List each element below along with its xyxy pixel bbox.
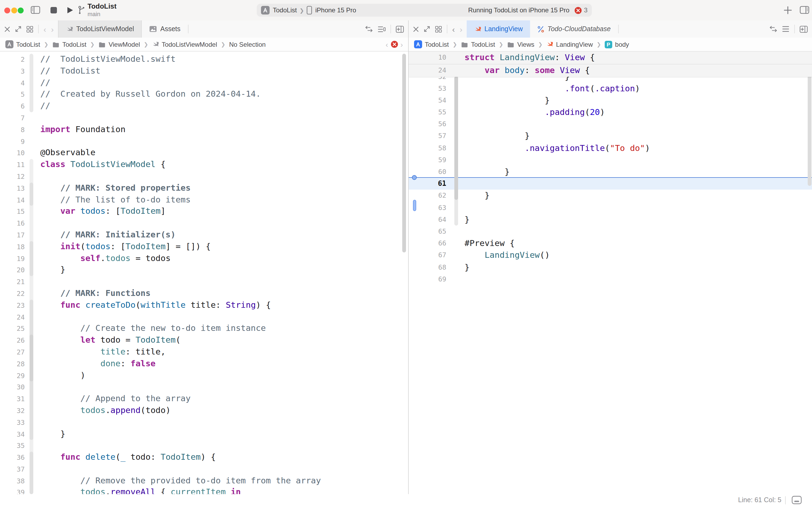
line-number[interactable]: 25: [0, 323, 25, 335]
line-number[interactable]: 59: [409, 154, 446, 166]
add-editor-icon[interactable]: [800, 25, 808, 33]
zoom-window-button[interactable]: [18, 7, 23, 13]
breadcrumb-item[interactable]: ViewModel: [98, 41, 140, 48]
run-destination[interactable]: iPhone 15 Pro: [315, 6, 356, 14]
line-number[interactable]: 38: [0, 475, 25, 487]
line-number[interactable]: 65: [409, 226, 446, 237]
toggle-navigator-icon[interactable]: [31, 6, 40, 14]
line-number[interactable]: 53: [409, 82, 446, 94]
toggle-inspector-icon[interactable]: [800, 6, 809, 14]
sticky-line[interactable]: 24 var body: some View {: [409, 64, 812, 77]
code-line[interactable]: 38 // Remove the provided to-do item fro…: [0, 475, 408, 487]
code-line[interactable]: 23 func createToDo(withTitle title: Stri…: [0, 299, 408, 311]
code-line[interactable]: 10@Observable: [0, 148, 408, 159]
line-number[interactable]: 11: [0, 159, 25, 171]
code-line[interactable]: 39 todos.removeAll { currentItem in: [0, 487, 408, 494]
left-scrollbar-thumb[interactable]: [402, 54, 406, 252]
code-line[interactable]: 53 .font(.caption): [409, 82, 812, 94]
line-number[interactable]: 57: [409, 130, 446, 142]
code-line[interactable]: 54 }: [409, 95, 812, 106]
line-number[interactable]: 55: [409, 106, 446, 118]
breadcrumb-item[interactable]: Views: [507, 41, 534, 48]
line-number[interactable]: 27: [0, 346, 25, 358]
line-number[interactable]: 32: [0, 405, 25, 417]
code-line[interactable]: 11class TodoListViewModel {: [0, 159, 408, 171]
code-line[interactable]: 6//: [0, 101, 408, 112]
add-editor-icon[interactable]: [396, 25, 404, 33]
code-line[interactable]: 32 todos.append(todo): [0, 405, 408, 417]
breadcrumb-item[interactable]: TodoListViewModel: [152, 41, 217, 48]
line-number[interactable]: 33: [0, 416, 25, 428]
code-line[interactable]: 61: [409, 178, 812, 189]
code-line[interactable]: 2// TodoListViewModel.swift: [0, 54, 408, 65]
code-line[interactable]: 56: [409, 118, 812, 130]
line-number[interactable]: 16: [0, 218, 25, 229]
code-line[interactable]: 28 done: false: [0, 358, 408, 370]
code-line[interactable]: 59: [409, 154, 812, 166]
next-issue-icon[interactable]: ›: [400, 40, 403, 49]
error-count[interactable]: 3: [584, 6, 587, 14]
line-number[interactable]: 63: [409, 202, 446, 214]
code-line[interactable]: 17 // MARK: Initializer(s): [0, 229, 408, 241]
breadcrumb-item[interactable]: Pbody: [605, 41, 629, 48]
code-line[interactable]: 30: [0, 382, 408, 393]
tab-todo-clouddatabase[interactable]: Todo-CloudDatabase: [530, 20, 618, 38]
add-button[interactable]: [784, 6, 792, 14]
line-number[interactable]: 3: [0, 65, 25, 77]
scheme-name[interactable]: TodoList: [273, 6, 297, 14]
stop-button[interactable]: [51, 7, 57, 13]
code-line[interactable]: 55 .padding(20): [409, 106, 812, 118]
swap-editor-icon[interactable]: [769, 26, 777, 32]
editor-options-icon[interactable]: [782, 26, 790, 32]
code-line[interactable]: 4//: [0, 77, 408, 89]
code-line[interactable]: 12: [0, 171, 408, 183]
code-line[interactable]: 21: [0, 276, 408, 288]
close-editor-icon[interactable]: [413, 26, 419, 32]
code-line[interactable]: 31 // Append to the array: [0, 393, 408, 405]
related-items-icon[interactable]: [435, 25, 442, 33]
line-number[interactable]: 60: [409, 166, 446, 178]
line-number[interactable]: 22: [0, 288, 25, 300]
code-line[interactable]: 14 // The list of to-do items: [0, 194, 408, 206]
issue-badge-icon[interactable]: [391, 41, 398, 48]
breadcrumb-item[interactable]: LandingView: [546, 41, 593, 48]
minimize-window-button[interactable]: [11, 7, 17, 13]
line-number[interactable]: 31: [0, 393, 25, 405]
line-number[interactable]: 35: [0, 440, 25, 452]
code-line[interactable]: 64}: [409, 214, 812, 226]
line-number[interactable]: 24: [0, 311, 25, 323]
code-line[interactable]: 62 }: [409, 190, 812, 202]
code-line[interactable]: 66#Preview {: [409, 237, 812, 249]
line-number[interactable]: 34: [0, 428, 25, 440]
code-line[interactable]: 20 }: [0, 265, 408, 276]
close-window-button[interactable]: [4, 7, 10, 13]
line-number[interactable]: 61: [409, 178, 446, 189]
tab-todolistviewmodel[interactable]: TodoListViewModel: [58, 20, 142, 38]
line-number[interactable]: 67: [409, 249, 446, 261]
code-line[interactable]: 15 var todos: [TodoItem]: [0, 206, 408, 218]
back-icon[interactable]: ‹: [44, 24, 46, 34]
line-number[interactable]: 4: [0, 77, 25, 89]
swap-editor-icon[interactable]: [365, 26, 373, 32]
code-line[interactable]: 5// Created by Russell Gordon on 2024-04…: [0, 89, 408, 101]
keyboard-indicator-icon[interactable]: [792, 496, 802, 504]
code-line[interactable]: 36 func delete(_ todo: TodoItem) {: [0, 452, 408, 463]
enter-focus-mode-icon[interactable]: [424, 26, 430, 32]
code-line[interactable]: 22 // MARK: Functions: [0, 288, 408, 300]
code-line[interactable]: 69: [409, 273, 812, 285]
related-items-icon[interactable]: [26, 25, 33, 33]
line-number[interactable]: 69: [409, 273, 446, 285]
enter-focus-mode-icon[interactable]: [15, 26, 21, 32]
line-number[interactable]: 28: [0, 358, 25, 370]
code-line[interactable]: 63: [409, 202, 812, 214]
line-number[interactable]: 19: [0, 253, 25, 265]
line-number[interactable]: 23: [0, 299, 25, 311]
forward-icon[interactable]: ›: [460, 24, 462, 34]
code-line[interactable]: 9: [0, 135, 408, 148]
code-line[interactable]: 16: [0, 218, 408, 229]
code-line[interactable]: 13 // MARK: Stored properties: [0, 183, 408, 194]
line-number[interactable]: 14: [0, 194, 25, 206]
line-number[interactable]: 6: [0, 101, 25, 112]
breadcrumb-item[interactable]: TodoList: [461, 41, 495, 48]
code-line[interactable]: 35: [0, 440, 408, 452]
